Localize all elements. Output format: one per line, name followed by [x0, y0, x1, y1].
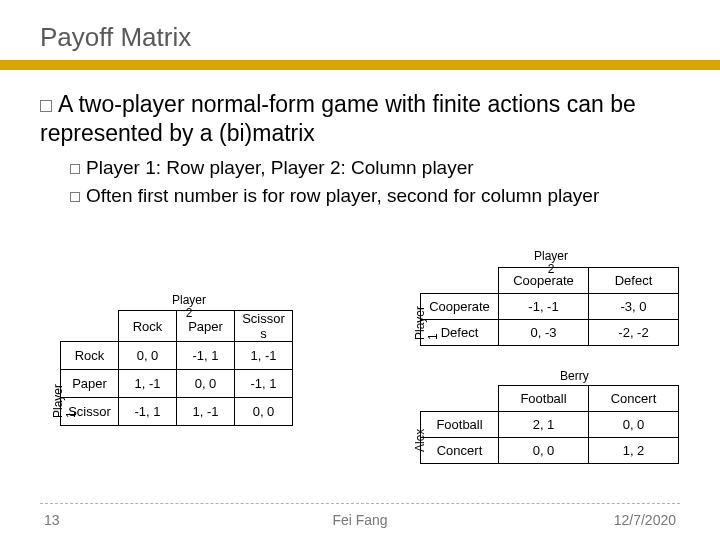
- table-row: Defect 0, -3 -2, -2: [421, 320, 679, 346]
- cell: 0, 0: [589, 412, 679, 438]
- col-header: Rock: [119, 311, 177, 342]
- table-row: Football Concert: [421, 386, 679, 412]
- row-header: Cooperate: [421, 294, 499, 320]
- cell: -3, 0: [589, 294, 679, 320]
- footer-date: 12/7/2020: [614, 512, 676, 528]
- cell: 1, -1: [119, 370, 177, 398]
- row-header: Football: [421, 412, 499, 438]
- table-row: Football 2, 1 0, 0: [421, 412, 679, 438]
- corner-cell: [421, 386, 499, 412]
- footer-author: Fei Fang: [0, 512, 720, 528]
- table-row: Cooperate -1, -1 -3, 0: [421, 294, 679, 320]
- table-row: Scissor -1, 1 1, -1 0, 0: [61, 398, 293, 426]
- cell: 2, 1: [499, 412, 589, 438]
- cell: -1, -1: [499, 294, 589, 320]
- cell: 0, 0: [177, 370, 235, 398]
- bullet-main-text: A two-player normal-form game with finit…: [40, 91, 636, 146]
- rps-table: Rock Paper Scissors Rock 0, 0 -1, 1 1, -…: [60, 310, 293, 426]
- cell: 0, 0: [119, 342, 177, 370]
- bullet-sub2: Often first number is for row player, se…: [70, 184, 690, 209]
- content-area: A two-player normal-form game with finit…: [40, 90, 690, 213]
- bullet-main: A two-player normal-form game with finit…: [40, 90, 690, 148]
- berry-col-player-label: Berry: [560, 370, 589, 383]
- cell: 1, -1: [177, 398, 235, 426]
- col-header: Defect: [589, 268, 679, 294]
- title-underline: [0, 60, 720, 70]
- footer-divider: [40, 503, 680, 504]
- col-header: Football: [499, 386, 589, 412]
- berry-table: Football Concert Football 2, 1 0, 0 Conc…: [420, 385, 679, 464]
- col-header: Cooperate: [499, 268, 589, 294]
- table-row: Rock 0, 0 -1, 1 1, -1: [61, 342, 293, 370]
- table-row: Cooperate Defect: [421, 268, 679, 294]
- row-header: Defect: [421, 320, 499, 346]
- cell: -1, 1: [119, 398, 177, 426]
- pd-table: Cooperate Defect Cooperate -1, -1 -3, 0 …: [420, 267, 679, 346]
- col-header: Paper: [177, 311, 235, 342]
- table-row: Rock Paper Scissors: [61, 311, 293, 342]
- slide-title: Payoff Matrix: [40, 22, 191, 53]
- bullet-sub1-text: Player 1: Row player, Player 2: Column p…: [86, 157, 474, 178]
- row-header: Rock: [61, 342, 119, 370]
- cell: 1, 2: [589, 438, 679, 464]
- col-header: Scissors: [235, 311, 293, 342]
- cell: 0, -3: [499, 320, 589, 346]
- square-bullet-icon: [70, 164, 80, 174]
- cell: 0, 0: [499, 438, 589, 464]
- row-header: Concert: [421, 438, 499, 464]
- cell: -2, -2: [589, 320, 679, 346]
- table-row: Paper 1, -1 0, 0 -1, 1: [61, 370, 293, 398]
- cell: 0, 0: [235, 398, 293, 426]
- bullet-sub2-text: Often first number is for row player, se…: [86, 185, 599, 206]
- table-row: Concert 0, 0 1, 2: [421, 438, 679, 464]
- row-header: Paper: [61, 370, 119, 398]
- bullet-sub1: Player 1: Row player, Player 2: Column p…: [70, 156, 690, 181]
- row-header: Scissor: [61, 398, 119, 426]
- tables-area: Player2 Player1 Rock Paper Scissors Rock…: [0, 250, 720, 490]
- square-bullet-icon: [70, 192, 80, 202]
- cell: -1, 1: [235, 370, 293, 398]
- corner-cell: [61, 311, 119, 342]
- square-bullet-icon: [40, 100, 52, 112]
- corner-cell: [421, 268, 499, 294]
- cell: 1, -1: [235, 342, 293, 370]
- cell: -1, 1: [177, 342, 235, 370]
- col-header: Concert: [589, 386, 679, 412]
